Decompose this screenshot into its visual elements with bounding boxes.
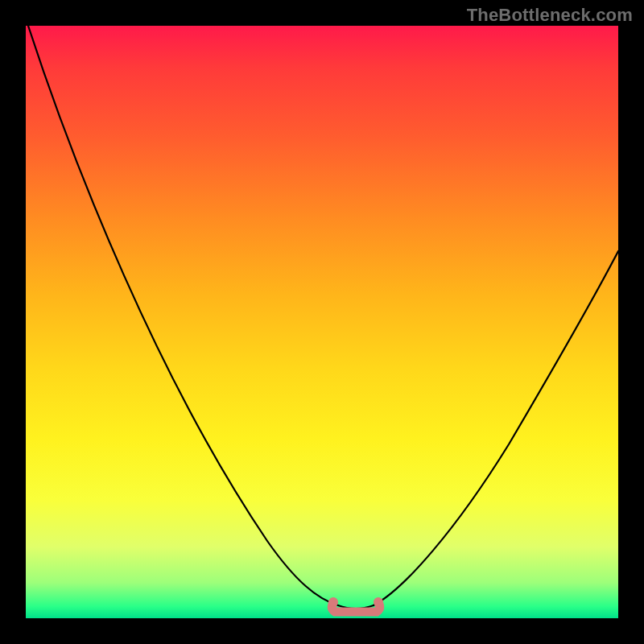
band-end-right <box>374 597 383 607</box>
band-end-left <box>328 597 338 607</box>
watermark-text: TheBottleneck.com <box>467 5 633 26</box>
curve-svg <box>26 26 618 618</box>
chart-frame: TheBottleneck.com <box>0 0 644 644</box>
optimal-band <box>332 602 379 612</box>
bottleneck-curve-left <box>28 26 338 605</box>
bottleneck-curve-right <box>374 251 618 605</box>
plot-area <box>26 26 618 618</box>
